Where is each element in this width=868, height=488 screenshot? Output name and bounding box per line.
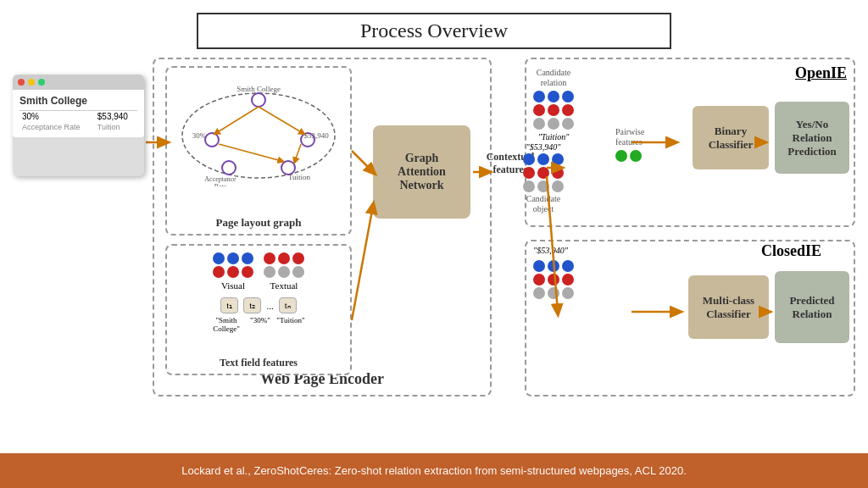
title-box: Process Overview [197, 13, 671, 49]
vis-dot-4 [213, 266, 225, 278]
txt-dot-4 [264, 266, 275, 278]
visual-textual-row: Visual Textual [167, 252, 350, 291]
svg-line-14 [219, 144, 281, 161]
cr-dots-row-1 [533, 91, 574, 103]
textual-col: Textual [264, 252, 304, 291]
gan-label: Graph Attention Network [398, 152, 446, 192]
vis-dot-3 [242, 252, 253, 264]
token-label-1: "SmithCollege" [210, 316, 242, 333]
graph-ellipse-container: Smith College 30% $53,940 Acceptance Rat… [174, 76, 343, 186]
candidate-relation-label: Candidaterelation [533, 68, 574, 88]
browser-school-name: Smith College [19, 95, 137, 107]
pairwise-dots [615, 150, 644, 162]
browser-col1-val: 30% [19, 111, 95, 123]
visual-col: Visual [213, 252, 253, 291]
visual-dots-2 [213, 266, 253, 278]
browser-dot-yellow [28, 79, 35, 86]
right-panel: OpenIE Candidaterelation [516, 58, 855, 413]
dollar-label2: "$53,940" [533, 246, 568, 255]
txt-dot-6 [292, 266, 304, 278]
footer-bar: Lockard et al., ZeroShotCeres: Zero-shot… [0, 453, 868, 488]
browser-table: 30% $53,940 Acceptance Rate Tuition [19, 110, 137, 132]
browser-col1-label: Acceptance Rate [19, 122, 95, 132]
page-layout-label: Page layout graph [167, 216, 350, 230]
vis-dot-5 [227, 266, 239, 278]
svg-point-1 [252, 93, 265, 107]
token-label-2: "30%" [246, 316, 271, 333]
co-dots-row-1 [523, 153, 564, 165]
co-dots-row-2 [523, 167, 564, 179]
closedIE-box: "$53,940" [525, 240, 855, 396]
txt-dot-2 [278, 252, 290, 264]
cr-dots-row-3 [533, 118, 574, 130]
svg-point-3 [205, 133, 219, 147]
tuition-quote-label: "Tuition" [533, 132, 574, 141]
token-t1: t₁ [220, 297, 238, 313]
footer-text: Lockard et al., ZeroShotCeres: Zero-shot… [181, 464, 687, 477]
content-area: Smith College 30% $53,940 Acceptance Rat… [8, 58, 860, 447]
yesno-result-box: Yes/No Relation Prediction [775, 102, 849, 174]
textual-label: Textual [270, 280, 298, 291]
browser-dot-green [38, 79, 45, 86]
token-t2: t₂ [243, 297, 261, 313]
token-labels-row: "SmithCollege" "30%" "Tuition" [167, 316, 350, 333]
txt-dot-5 [278, 266, 290, 278]
svg-text:Acceptance: Acceptance [204, 175, 236, 183]
openie-box: Candidaterelation [525, 58, 855, 227]
textual-dots [264, 252, 304, 264]
cr-dots-row-2 [533, 104, 574, 116]
browser-dot-red [18, 79, 25, 86]
candidate-object-area: "$53,940" Candidateobject [523, 142, 564, 214]
token-ellipsis: ... [266, 301, 273, 311]
token-boxes-row: t₁ t₂ ... tₙ [167, 297, 350, 313]
gan-box: Graph Attention Network [373, 125, 470, 219]
token-tn: tₙ [279, 297, 297, 313]
multiclass-classifier-box: Multi-class Classifier [688, 275, 769, 339]
browser-titlebar [13, 75, 144, 90]
yesno-label: Yes/No Relation Prediction [787, 118, 837, 158]
closedIE-dots-area [533, 260, 574, 299]
binary-classifier-box: Binary Classifier [693, 106, 769, 169]
token-label-3: "Tuition" [275, 316, 307, 333]
co-dots-row-3 [523, 180, 564, 192]
browser-content: Smith College 30% $53,940 Acceptance Rat… [13, 90, 144, 137]
svg-text:30%: 30% [192, 131, 207, 140]
vis-dot-6 [242, 266, 253, 278]
visual-label: Visual [221, 280, 245, 291]
page-layout-box: Smith College 30% $53,940 Acceptance Rat… [165, 66, 352, 236]
textual-dots-2 [264, 266, 304, 278]
svg-line-15 [295, 144, 301, 161]
dollar-label1: "$53,940" [523, 142, 564, 152]
vis-dot-1 [213, 252, 225, 264]
svg-line-13 [259, 107, 303, 133]
main-container: Process Overview Smith College 30% $53,9… [0, 0, 868, 453]
text-field-box: Visual Textual [165, 244, 352, 375]
txt-dot-1 [264, 252, 275, 264]
candidate-object-label: Candidateobject [523, 194, 564, 214]
predicted-relation-label: Predicted Relation [789, 294, 834, 321]
predicted-relation-box: Predicted Relation [775, 271, 849, 343]
binary-classifier-label: Binary Classifier [709, 125, 754, 152]
visual-dots [213, 252, 253, 264]
txt-dot-3 [292, 252, 304, 264]
svg-text:$53,940: $53,940 [303, 131, 329, 140]
text-field-label: Text field features [167, 357, 350, 369]
page-title: Process Overview [360, 19, 508, 42]
vis-dot-2 [227, 252, 239, 264]
svg-text:Tuition: Tuition [288, 173, 311, 181]
pairwise-label: Pairwisefeatures [615, 127, 644, 147]
svg-point-7 [222, 161, 236, 175]
candidate-relation-area: Candidaterelation [533, 68, 574, 141]
svg-text:Rate: Rate [214, 183, 227, 186]
browser-col2-label: Tuition [95, 122, 137, 132]
multiclass-label: Multi-class Classifier [703, 294, 754, 321]
pairwise-features-area: Pairwisefeatures [615, 127, 644, 162]
cie-dots-row-3 [533, 287, 574, 299]
cie-dots-row-1 [533, 260, 574, 272]
graph-svg: Smith College 30% $53,940 Acceptance Rat… [174, 76, 343, 186]
browser-mockup: Smith College 30% $53,940 Acceptance Rat… [13, 75, 144, 176]
svg-line-12 [216, 107, 259, 133]
browser-col2-val: $53,940 [95, 111, 137, 123]
svg-text:Smith College: Smith College [236, 85, 281, 93]
cie-dots-row-2 [533, 274, 574, 286]
